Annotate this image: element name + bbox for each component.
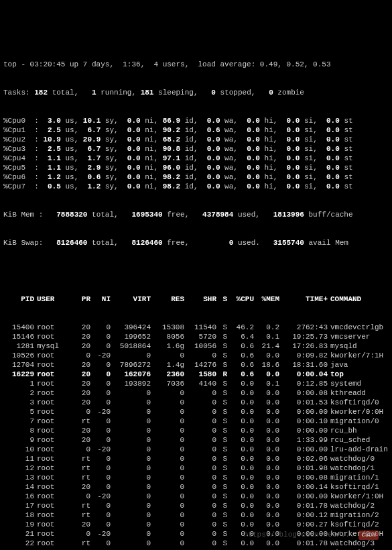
cpu-line-5: %Cpu5 : 1.1 us, 2.9 sy, 0.0 ni, 96.0 id,… xyxy=(3,163,389,172)
watermark: https://blog.csdn.net/... CSDN xyxy=(235,520,379,540)
col-shr: SHR xyxy=(184,294,216,304)
col-pr: PR xyxy=(70,294,90,304)
col-cmd: COMMAND xyxy=(328,294,389,304)
col-cpu: %CPU xyxy=(227,294,254,304)
table-row: 17rootrt0000S0.00.00:01.78watchdog/2 xyxy=(3,501,389,510)
cpu-line-4: %Cpu4 : 1.1 us, 1.7 sy, 0.0 ni, 97.1 id,… xyxy=(3,154,389,163)
col-s: S xyxy=(216,294,227,304)
table-row: 22rootrt0000S0.00.00:01.78watchdog/3 xyxy=(3,539,389,548)
table-row: 2root200000S0.00.00:00.08kthreadd xyxy=(3,388,389,398)
table-row: 7rootrt0000S0.00.00:00.10migration/0 xyxy=(3,417,389,426)
table-row: 12704root20078962721.4g14276S0.618.618:3… xyxy=(3,360,389,370)
process-table-body: 15400root2003964241530811540S46.20.22762… xyxy=(3,323,389,550)
col-time: TIME+ xyxy=(279,294,328,304)
table-row: 3root200000S0.00.00:01.53ksoftirqd/0 xyxy=(3,398,389,407)
table-row: 15400root2003964241530811540S46.20.22762… xyxy=(3,323,389,332)
table-row: 16root0-20000S0.00.00:00.00kworker/1:0H xyxy=(3,492,389,501)
table-row: 13rootrt0000S0.00.00:00.08migration/1 xyxy=(3,473,389,482)
cpu-line-1: %Cpu1 : 2.5 us, 6.7 sy, 0.0 ni, 90.2 id,… xyxy=(3,125,389,135)
uptime-line: top - 03:20:45 up 7 days, 1:36, 4 users,… xyxy=(3,60,389,69)
table-row: 15146root20019965280565720S6.40.119:25.7… xyxy=(3,332,389,341)
table-row: 18rootrt0000S0.00.00:00.12migration/2 xyxy=(3,510,389,520)
top-summary: top - 03:20:45 up 7 days, 1:36, 4 users,… xyxy=(3,41,389,257)
col-res: RES xyxy=(151,294,184,304)
cpu-line-7: %Cpu7 : 0.5 us, 1.2 sy, 0.0 ni, 98.2 id,… xyxy=(3,182,389,191)
tasks-line: Tasks: 182 total, 1 running, 181 sleepin… xyxy=(3,88,389,97)
cpu-line-6: %Cpu6 : 1.2 us, 0.6 sy, 0.0 ni, 98.2 id,… xyxy=(3,172,389,182)
table-row: 1281mysql20050188641.6g10056S0.621.417:2… xyxy=(3,341,389,351)
col-pid: PID xyxy=(3,294,34,304)
table-row: 10root0-20000S0.00.00:00.00lru-add-drain xyxy=(3,445,389,454)
table-row: 8root200000S0.00.00:00.00rcu_bh xyxy=(3,426,389,435)
swap-line: KiB Swap: 8126460 total, 8126460 free, 0… xyxy=(3,238,389,248)
cpu-line-0: %Cpu0 : 3.0 us, 10.1 sy, 0.0 ni, 86.9 id… xyxy=(3,116,389,125)
col-virt: VIRT xyxy=(111,294,151,304)
cpu-line-2: %Cpu2 : 10.9 us, 20.9 sy, 0.0 ni, 68.2 i… xyxy=(3,135,389,144)
table-row: 16229root20016207623601580R0.60.00:00.04… xyxy=(3,370,389,379)
col-user: USER xyxy=(34,294,70,304)
table-row: 1root20019389270364140S0.00.10:12.85syst… xyxy=(3,379,389,388)
table-row: 9root200000S0.00.01:33.99rcu_sched xyxy=(3,435,389,445)
table-row: 5root0-20000S0.00.00:00.00kworker/0:0H xyxy=(3,407,389,417)
table-row: 10526root0-20000S0.60.00:09.82kworker/7:… xyxy=(3,351,389,360)
col-mem: %MEM xyxy=(254,294,279,304)
mem-line: KiB Mem : 7888320 total, 1695340 free, 4… xyxy=(3,210,389,219)
table-row: 14root200000S0.00.00:00.14ksoftirqd/1 xyxy=(3,482,389,492)
table-row: 11rootrt0000S0.00.00:02.06watchdog/0 xyxy=(3,454,389,463)
col-ni: NI xyxy=(90,294,111,304)
table-row: 12rootrt0000S0.00.00:01.98watchdog/1 xyxy=(3,463,389,473)
cpu-line-3: %Cpu3 : 2.5 us, 6.7 sy, 0.0 ni, 90.8 id,… xyxy=(3,144,389,154)
process-table-header: PID USER PR NI VIRT RES SHR S %CPU %MEM … xyxy=(3,294,389,304)
